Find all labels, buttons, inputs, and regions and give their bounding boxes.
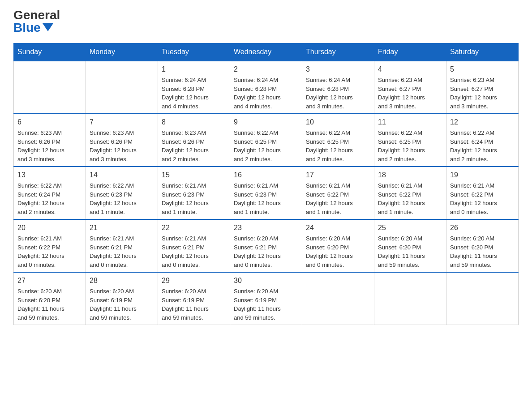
day-number: 22 <box>162 223 226 233</box>
table-row: 24Sunrise: 6:20 AM Sunset: 6:20 PM Dayli… <box>302 219 374 272</box>
header-friday: Friday <box>374 43 446 61</box>
day-number: 1 <box>162 64 226 75</box>
day-number: 14 <box>90 170 154 180</box>
table-row: 26Sunrise: 6:20 AM Sunset: 6:20 PM Dayli… <box>446 219 519 272</box>
calendar-table: Sunday Monday Tuesday Wednesday Thursday… <box>13 43 519 325</box>
day-number: 25 <box>378 223 442 233</box>
day-info: Sunrise: 6:20 AM Sunset: 6:21 PM Dayligh… <box>234 234 298 269</box>
table-row: 9Sunrise: 6:22 AM Sunset: 6:25 PM Daylig… <box>230 114 302 167</box>
day-number: 20 <box>17 223 82 233</box>
day-info: Sunrise: 6:21 AM Sunset: 6:21 PM Dayligh… <box>90 234 154 269</box>
table-row: 30Sunrise: 6:20 AM Sunset: 6:19 PM Dayli… <box>230 272 302 325</box>
day-number: 29 <box>162 275 226 286</box>
header-sunday: Sunday <box>14 43 86 61</box>
table-row <box>86 61 158 114</box>
calendar-header: Sunday Monday Tuesday Wednesday Thursday… <box>14 43 519 61</box>
day-info: Sunrise: 6:20 AM Sunset: 6:20 PM Dayligh… <box>17 287 82 322</box>
day-number: 13 <box>17 170 82 180</box>
day-info: Sunrise: 6:23 AM Sunset: 6:27 PM Dayligh… <box>378 76 442 111</box>
table-row: 2Sunrise: 6:24 AM Sunset: 6:28 PM Daylig… <box>230 61 302 114</box>
header-tuesday: Tuesday <box>158 43 230 61</box>
table-row: 18Sunrise: 6:21 AM Sunset: 6:22 PM Dayli… <box>374 167 446 219</box>
table-row: 22Sunrise: 6:21 AM Sunset: 6:21 PM Dayli… <box>158 219 230 272</box>
day-info: Sunrise: 6:21 AM Sunset: 6:23 PM Dayligh… <box>234 181 298 216</box>
table-row: 28Sunrise: 6:20 AM Sunset: 6:19 PM Dayli… <box>86 272 158 325</box>
table-row: 20Sunrise: 6:21 AM Sunset: 6:22 PM Dayli… <box>14 219 86 272</box>
table-row: 8Sunrise: 6:23 AM Sunset: 6:26 PM Daylig… <box>158 114 230 167</box>
table-row: 4Sunrise: 6:23 AM Sunset: 6:27 PM Daylig… <box>374 61 446 114</box>
day-info: Sunrise: 6:22 AM Sunset: 6:25 PM Dayligh… <box>306 128 370 163</box>
table-row: 3Sunrise: 6:24 AM Sunset: 6:28 PM Daylig… <box>302 61 374 114</box>
day-info: Sunrise: 6:22 AM Sunset: 6:23 PM Dayligh… <box>90 181 154 216</box>
calendar-week-row: 20Sunrise: 6:21 AM Sunset: 6:22 PM Dayli… <box>14 219 519 272</box>
day-info: Sunrise: 6:21 AM Sunset: 6:22 PM Dayligh… <box>306 181 370 216</box>
table-row: 1Sunrise: 6:24 AM Sunset: 6:28 PM Daylig… <box>158 61 230 114</box>
day-info: Sunrise: 6:23 AM Sunset: 6:26 PM Dayligh… <box>90 128 154 163</box>
logo: General Blue <box>13 9 60 34</box>
table-row: 29Sunrise: 6:20 AM Sunset: 6:19 PM Dayli… <box>158 272 230 325</box>
day-number: 30 <box>234 275 298 286</box>
calendar-body: 1Sunrise: 6:24 AM Sunset: 6:28 PM Daylig… <box>14 61 519 325</box>
table-row <box>374 272 446 325</box>
day-info: Sunrise: 6:20 AM Sunset: 6:20 PM Dayligh… <box>306 234 370 269</box>
day-number: 27 <box>17 275 82 286</box>
day-info: Sunrise: 6:23 AM Sunset: 6:26 PM Dayligh… <box>162 128 226 163</box>
logo-triangle-icon <box>43 23 53 31</box>
day-number: 10 <box>306 117 370 128</box>
day-info: Sunrise: 6:21 AM Sunset: 6:21 PM Dayligh… <box>162 234 226 269</box>
table-row: 17Sunrise: 6:21 AM Sunset: 6:22 PM Dayli… <box>302 167 374 219</box>
header-monday: Monday <box>86 43 158 61</box>
calendar-week-row: 13Sunrise: 6:22 AM Sunset: 6:24 PM Dayli… <box>14 167 519 219</box>
day-number: 28 <box>90 275 154 286</box>
header-wednesday: Wednesday <box>230 43 302 61</box>
day-info: Sunrise: 6:21 AM Sunset: 6:22 PM Dayligh… <box>450 181 515 216</box>
day-number: 18 <box>378 170 442 180</box>
table-row: 10Sunrise: 6:22 AM Sunset: 6:25 PM Dayli… <box>302 114 374 167</box>
day-number: 8 <box>162 117 226 128</box>
table-row: 11Sunrise: 6:22 AM Sunset: 6:25 PM Dayli… <box>374 114 446 167</box>
day-number: 3 <box>306 64 370 75</box>
day-info: Sunrise: 6:23 AM Sunset: 6:27 PM Dayligh… <box>450 76 515 111</box>
day-number: 26 <box>450 223 515 233</box>
header-saturday: Saturday <box>446 43 519 61</box>
day-info: Sunrise: 6:24 AM Sunset: 6:28 PM Dayligh… <box>234 76 298 111</box>
day-info: Sunrise: 6:24 AM Sunset: 6:28 PM Dayligh… <box>162 76 226 111</box>
day-number: 5 <box>450 64 515 75</box>
table-row: 14Sunrise: 6:22 AM Sunset: 6:23 PM Dayli… <box>86 167 158 219</box>
day-info: Sunrise: 6:24 AM Sunset: 6:28 PM Dayligh… <box>306 76 370 111</box>
day-info: Sunrise: 6:21 AM Sunset: 6:23 PM Dayligh… <box>162 181 226 216</box>
day-number: 4 <box>378 64 442 75</box>
table-row: 6Sunrise: 6:23 AM Sunset: 6:26 PM Daylig… <box>14 114 86 167</box>
calendar-week-row: 27Sunrise: 6:20 AM Sunset: 6:20 PM Dayli… <box>14 272 519 325</box>
day-info: Sunrise: 6:20 AM Sunset: 6:20 PM Dayligh… <box>450 234 515 269</box>
table-row: 16Sunrise: 6:21 AM Sunset: 6:23 PM Dayli… <box>230 167 302 219</box>
page-header: General Blue <box>13 9 519 34</box>
table-row <box>14 61 86 114</box>
header-row: Sunday Monday Tuesday Wednesday Thursday… <box>14 43 519 61</box>
table-row <box>302 272 374 325</box>
day-number: 16 <box>234 170 298 180</box>
logo-general-text: General <box>13 9 60 21</box>
table-row: 21Sunrise: 6:21 AM Sunset: 6:21 PM Dayli… <box>86 219 158 272</box>
day-number: 7 <box>90 117 154 128</box>
day-info: Sunrise: 6:20 AM Sunset: 6:19 PM Dayligh… <box>90 287 154 322</box>
calendar-week-row: 6Sunrise: 6:23 AM Sunset: 6:26 PM Daylig… <box>14 114 519 167</box>
day-info: Sunrise: 6:20 AM Sunset: 6:19 PM Dayligh… <box>234 287 298 322</box>
day-info: Sunrise: 6:22 AM Sunset: 6:25 PM Dayligh… <box>234 128 298 163</box>
day-number: 24 <box>306 223 370 233</box>
table-row: 25Sunrise: 6:20 AM Sunset: 6:20 PM Dayli… <box>374 219 446 272</box>
table-row: 12Sunrise: 6:22 AM Sunset: 6:24 PM Dayli… <box>446 114 519 167</box>
header-thursday: Thursday <box>302 43 374 61</box>
day-info: Sunrise: 6:21 AM Sunset: 6:22 PM Dayligh… <box>17 234 82 269</box>
table-row: 13Sunrise: 6:22 AM Sunset: 6:24 PM Dayli… <box>14 167 86 219</box>
logo-blue-text: Blue <box>13 21 53 34</box>
table-row <box>446 272 519 325</box>
table-row: 15Sunrise: 6:21 AM Sunset: 6:23 PM Dayli… <box>158 167 230 219</box>
table-row: 23Sunrise: 6:20 AM Sunset: 6:21 PM Dayli… <box>230 219 302 272</box>
table-row: 7Sunrise: 6:23 AM Sunset: 6:26 PM Daylig… <box>86 114 158 167</box>
day-number: 2 <box>234 64 298 75</box>
day-info: Sunrise: 6:22 AM Sunset: 6:25 PM Dayligh… <box>378 128 442 163</box>
table-row: 5Sunrise: 6:23 AM Sunset: 6:27 PM Daylig… <box>446 61 519 114</box>
day-number: 11 <box>378 117 442 128</box>
day-info: Sunrise: 6:20 AM Sunset: 6:19 PM Dayligh… <box>162 287 226 322</box>
